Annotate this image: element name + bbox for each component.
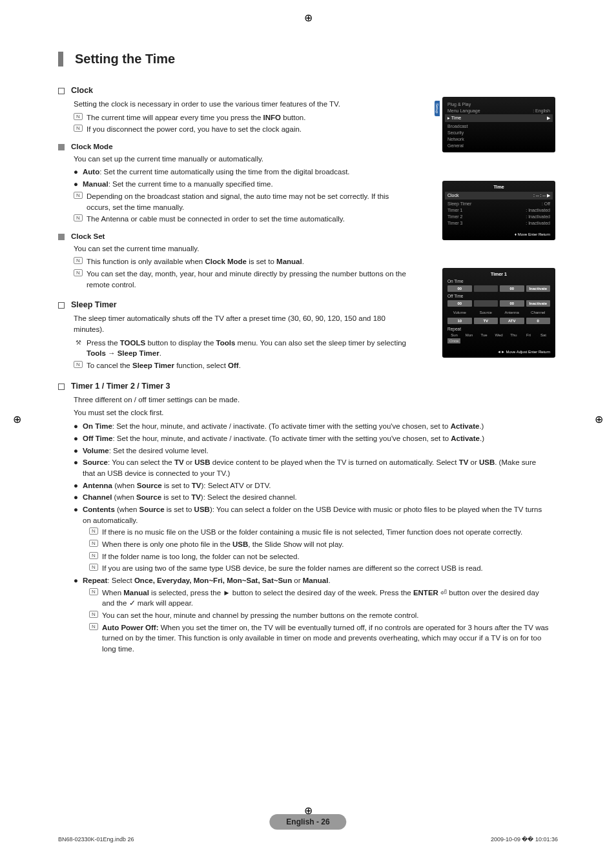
square-bullet-icon (58, 88, 65, 94)
square-solid-icon (58, 234, 65, 240)
list-item: ●Source: You can select the TV or USB de… (74, 457, 549, 478)
list-item: ●Manual: Set the current time to a manua… (74, 179, 407, 190)
menu-row: Security (447, 129, 550, 136)
heading-text: Timer 1 / Timer 2 / Timer 3 (71, 380, 170, 392)
panel-footer: ◄► Move Adjust Enter Return (447, 350, 550, 354)
body-text: You can set the current time manually. (74, 243, 407, 254)
registration-mark-icon: ⊕ (595, 413, 603, 425)
doc-footer-right: 2009-10-09 �� 10:01:36 (491, 836, 558, 843)
chevron-right-icon: ▶ (547, 193, 550, 198)
val-cell: 00 (500, 285, 524, 292)
note-text: When Manual is selected, press the ► but… (102, 588, 549, 609)
note-icon: N (74, 257, 83, 264)
note-row: NWhen there is only one photo file in th… (89, 539, 549, 550)
note-text: If you disconnect the power cord, you ha… (87, 124, 302, 135)
list-item: ●Volume: Set the desired volume level. (74, 445, 549, 456)
days-labels: Sun Mon Tue Wed Thu Fri Sat (447, 333, 550, 337)
ui-timer1-panel: Timer 1 On Time 00 00 Inactivate Off Tim… (442, 268, 555, 368)
note-text: The Antenna or cable must be connected i… (87, 214, 345, 225)
repeat-row: Repeat (447, 327, 550, 331)
note-row: NWhen Manual is selected, press the ► bu… (89, 588, 549, 609)
note-text: The current time will appear every time … (87, 112, 305, 123)
note-row: NAuto Power Off: When you set the timer … (89, 622, 549, 655)
day-label: Wed (492, 333, 506, 337)
clock-intro: Setting the clock is necessary in order … (74, 99, 407, 110)
heading-text: Clock Mode (71, 141, 113, 152)
menu-row: Network (447, 136, 550, 142)
day-label: Sun (447, 333, 461, 337)
day-label: Fri (522, 333, 535, 337)
note-text: You can set the hour, minute and channel… (102, 610, 419, 621)
note-icon: N (89, 611, 98, 618)
chevron-right-icon: ▶ (547, 116, 550, 121)
lbl-cell: Volume (447, 309, 472, 316)
menu-row: Plug & Play (447, 101, 550, 107)
note-row: ⚒Press the TOOLS button to display the T… (74, 338, 407, 359)
panel-title: Timer 1 (447, 272, 550, 276)
val-cell: TV (474, 318, 498, 324)
note-icon: N (74, 192, 83, 199)
note-icon: N (89, 552, 98, 559)
note-icon: N (89, 588, 98, 595)
panel-footer: ♦ Move Enter Return (447, 232, 550, 236)
note-text: Auto Power Off: When you set the timer o… (102, 622, 549, 655)
note-text: If there is no music file on the USB or … (102, 527, 522, 538)
note-row: NIf the folder name is too long, the fol… (89, 551, 549, 562)
menu-row: Timer 2: Inactivated (447, 213, 550, 220)
day-label: Thu (507, 333, 520, 337)
note-text: Depending on the broadcast station and s… (87, 191, 407, 212)
val-cell: 00 (447, 300, 472, 307)
note-icon: N (74, 269, 83, 276)
val-cell: Inactivate (526, 300, 551, 307)
bullet-icon: ● (74, 492, 83, 503)
bottom-labels: Volume Source Antenna Channel (447, 309, 550, 316)
list-item: ●Antenna (when Source is set to TV): Sel… (74, 480, 549, 491)
note-icon: N (74, 113, 83, 120)
menu-row: Timer 1: Inactivated (447, 207, 550, 213)
item-text: Repeat: Select Once, Everyday, Mon~Fri, … (83, 575, 331, 586)
section-title: Setting the Time (58, 52, 555, 66)
bottom-values: 10 TV ATV 0 (447, 318, 550, 324)
note-row: NIf there is no music file on the USB or… (89, 527, 549, 538)
val-cell: 10 (447, 318, 472, 324)
note-text: You can set the day, month, year, hour a… (87, 269, 407, 290)
note-icon: N (89, 564, 98, 571)
note-text: If the folder name is too long, the fold… (102, 551, 300, 562)
page-content: Setting the Time Clock Setting the clock… (58, 52, 555, 655)
list-item: ●Off Time: Set the hour, minute, and act… (74, 433, 549, 444)
ui-time-panel: Time Clock: -- : -- ▶ Sleep Timer: Off T… (442, 181, 555, 251)
list-item: ●Contents (when Source is set to USB): Y… (74, 504, 549, 526)
heading-text: Sleep Timer (71, 299, 117, 311)
square-solid-icon (58, 144, 65, 150)
note-text: When there is only one photo file in the… (102, 539, 344, 550)
item-text: Off Time: Set the hour, minute, and acti… (83, 433, 484, 444)
square-bullet-icon (58, 302, 65, 309)
bullet-icon: ● (74, 480, 83, 491)
lbl-cell: Channel (526, 309, 551, 316)
item-text: Auto: Set the current time automatically… (83, 167, 350, 178)
note-row: NIf you are using two of the same type U… (89, 563, 549, 574)
heading-text: Clock Set (71, 231, 105, 242)
bullet-icon: ● (74, 445, 83, 456)
clock-mode-heading: Clock Mode (58, 141, 407, 152)
note-text: This function is only available when Clo… (87, 256, 304, 267)
setup-tab: Setup (435, 101, 440, 116)
registration-mark-icon: ⊕ (13, 413, 21, 425)
list-item: ●Auto: Set the current time automaticall… (74, 167, 407, 178)
day-label: Mon (462, 333, 476, 337)
repeat-value: Once (447, 338, 460, 343)
menu-row: General (447, 142, 550, 148)
bullet-icon: ● (74, 504, 83, 526)
doc-footer-left: BN68-02330K-01Eng.indb 26 (58, 836, 134, 843)
body-text: You must set the clock first. (74, 407, 407, 418)
menu-row: Menu Language: English (447, 107, 550, 114)
item-text: Contents (when Source is set to USB): Yo… (83, 504, 549, 526)
page-number-badge: English - 26 (269, 814, 346, 830)
note-row: NYou can set the hour, minute and channe… (89, 610, 549, 621)
val-cell: 00 (447, 285, 472, 292)
val-cell: Inactivate (526, 285, 551, 292)
square-bullet-icon (58, 384, 65, 390)
clock-heading: Clock (58, 85, 407, 96)
note-row: NThis function is only available when Cl… (74, 256, 407, 267)
note-row: NTo cancel the Sleep Timer function, sel… (74, 360, 407, 371)
